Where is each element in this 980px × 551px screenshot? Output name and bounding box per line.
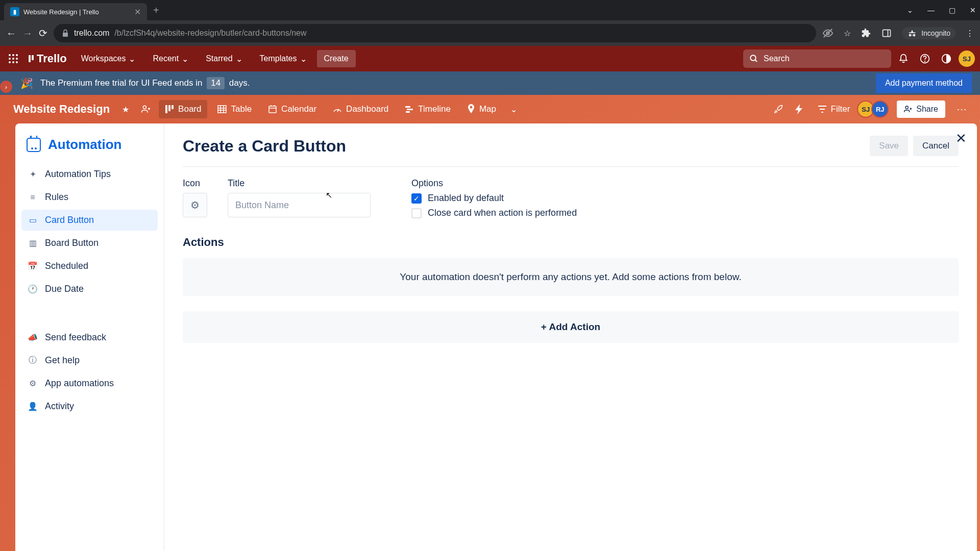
- calendar-view-label: Calendar: [281, 104, 316, 114]
- incognito-badge[interactable]: Incognito: [902, 27, 955, 39]
- share-button[interactable]: Share: [897, 101, 945, 118]
- bolt-icon[interactable]: [791, 100, 807, 118]
- eye-off-icon[interactable]: [822, 28, 834, 39]
- apps-grid-icon[interactable]: [5, 51, 21, 67]
- templates-label: Templates: [260, 54, 297, 63]
- reload-icon[interactable]: ⟳: [39, 27, 47, 39]
- back-icon[interactable]: ←: [6, 28, 16, 39]
- board-menu-icon[interactable]: ⋯: [952, 99, 971, 119]
- starred-menu[interactable]: Starred⌄: [199, 50, 249, 68]
- rocket-icon[interactable]: [770, 101, 787, 118]
- icon-label: Icon: [183, 178, 207, 189]
- svg-point-6: [12, 54, 14, 56]
- help-icon[interactable]: [916, 49, 934, 68]
- side-panel-icon[interactable]: [881, 28, 892, 38]
- svg-rect-3: [883, 30, 891, 36]
- cancel-button[interactable]: Cancel: [913, 136, 959, 156]
- banner-text-prefix: The Premium free trial for UI Feed ends …: [40, 78, 202, 88]
- calendar-view-button[interactable]: Calendar: [262, 100, 323, 118]
- workspaces-label: Workspaces: [81, 54, 126, 63]
- map-view-icon: [467, 104, 475, 114]
- add-payment-button[interactable]: Add payment method: [876, 73, 972, 93]
- extensions-icon[interactable]: [861, 28, 871, 38]
- browser-address-bar: ← → ⟳ trello.com/b/lzcfSh4q/website-rede…: [0, 20, 980, 46]
- icon-picker[interactable]: ⚙: [183, 193, 207, 217]
- card-icon: ▭: [28, 215, 38, 225]
- svg-rect-21: [168, 105, 170, 111]
- sidebar-item-help[interactable]: ⓘ Get help: [21, 350, 158, 371]
- automation-title: Automation: [21, 134, 158, 164]
- close-panel-icon[interactable]: ✕: [955, 131, 967, 146]
- sidebar-item-activity[interactable]: 👤 Activity: [21, 396, 158, 417]
- gear-icon: ⚙: [190, 199, 200, 211]
- user-avatar[interactable]: SJ: [959, 51, 975, 67]
- member-avatar-rj[interactable]: RJ: [871, 101, 889, 118]
- url-bar[interactable]: trello.com/b/lzcfSh4q/website-redesign/b…: [54, 24, 816, 42]
- dashboard-view-button[interactable]: Dashboard: [327, 100, 395, 118]
- sidebar-item-scheduled[interactable]: 📅 Scheduled: [21, 256, 158, 277]
- svg-point-8: [9, 58, 11, 60]
- banner-text-suffix: days.: [229, 78, 250, 88]
- map-view-button[interactable]: Map: [461, 100, 502, 118]
- sidebar-item-board-button[interactable]: ▥ Board Button: [21, 233, 158, 254]
- svg-point-17: [925, 61, 925, 62]
- banner-days: 14: [207, 77, 225, 89]
- window-controls: ⌄ — ▢ ✕: [907, 6, 976, 14]
- starred-label: Starred: [206, 54, 232, 63]
- maximize-icon[interactable]: ▢: [949, 6, 955, 14]
- button-name-input[interactable]: [228, 193, 371, 217]
- new-tab-button[interactable]: +: [153, 5, 159, 16]
- svg-rect-34: [407, 109, 413, 110]
- board-icon: ▥: [28, 238, 38, 248]
- board-members: SJ RJ: [860, 101, 889, 118]
- workspace-visibility-icon[interactable]: [137, 101, 155, 118]
- table-view-button[interactable]: Table: [211, 100, 258, 118]
- timeline-view-icon: [405, 105, 414, 114]
- theme-icon[interactable]: [937, 49, 955, 68]
- timeline-view-button[interactable]: Timeline: [399, 100, 457, 118]
- svg-point-39: [905, 106, 908, 109]
- sidebar-item-tips[interactable]: ✦ Automation Tips: [21, 164, 158, 185]
- svg-point-7: [16, 54, 18, 56]
- list-icon: ≡: [28, 193, 38, 202]
- templates-menu[interactable]: Templates⌄: [253, 50, 314, 68]
- sidebar-item-app-automations[interactable]: ⚙ App automations: [21, 373, 158, 394]
- board-title[interactable]: Website Redesign: [9, 103, 114, 116]
- minimize-icon[interactable]: —: [927, 6, 935, 14]
- recent-menu[interactable]: Recent⌄: [145, 50, 195, 68]
- kebab-menu-icon[interactable]: ⋮: [966, 29, 974, 38]
- banner-expand-icon[interactable]: ›: [0, 81, 12, 93]
- svg-rect-23: [218, 106, 226, 113]
- save-button: Save: [870, 136, 908, 156]
- tab-close-icon[interactable]: ✕: [134, 7, 141, 17]
- close-window-icon[interactable]: ✕: [970, 6, 976, 14]
- trello-logo[interactable]: Trello: [24, 52, 71, 65]
- svg-point-12: [12, 61, 14, 63]
- star-board-icon[interactable]: ★: [118, 101, 133, 118]
- tabs-dropdown-icon[interactable]: ⌄: [907, 6, 913, 14]
- more-views-icon[interactable]: ⌄: [506, 101, 521, 118]
- svg-line-15: [755, 60, 757, 62]
- sidebar-item-rules[interactable]: ≡ Rules: [21, 187, 158, 208]
- workspaces-menu[interactable]: Workspaces⌄: [74, 50, 143, 68]
- actions-section: Actions Your automation doesn't perform …: [183, 218, 959, 343]
- search-input[interactable]: Search: [743, 49, 891, 68]
- create-button[interactable]: Create: [317, 50, 356, 67]
- close-card-checkbox[interactable]: [411, 208, 422, 218]
- sidebar-item-due-date[interactable]: 🕐 Due Date: [21, 279, 158, 299]
- svg-rect-28: [269, 106, 276, 113]
- sidebar-item-feedback[interactable]: 📣 Send feedback: [21, 327, 158, 348]
- sidebar-item-card-button[interactable]: ▭ Card Button: [21, 210, 158, 231]
- actions-title: Actions: [183, 236, 959, 249]
- browser-tab[interactable]: ▮ Website Redesign | Trello ✕: [4, 3, 147, 20]
- add-action-button[interactable]: + Add Action: [183, 311, 959, 343]
- calendar-icon: 📅: [28, 261, 38, 271]
- board-view-button[interactable]: Board: [159, 100, 207, 118]
- sidebar-item-label: Card Button: [45, 215, 94, 226]
- star-icon[interactable]: ☆: [844, 29, 851, 38]
- enabled-checkbox[interactable]: ✓: [411, 193, 422, 204]
- notifications-icon[interactable]: [894, 49, 913, 68]
- header-actions: Save Cancel: [870, 136, 959, 156]
- filter-button[interactable]: Filter: [812, 100, 856, 118]
- trial-banner: › 🎉 The Premium free trial for UI Feed e…: [0, 71, 980, 95]
